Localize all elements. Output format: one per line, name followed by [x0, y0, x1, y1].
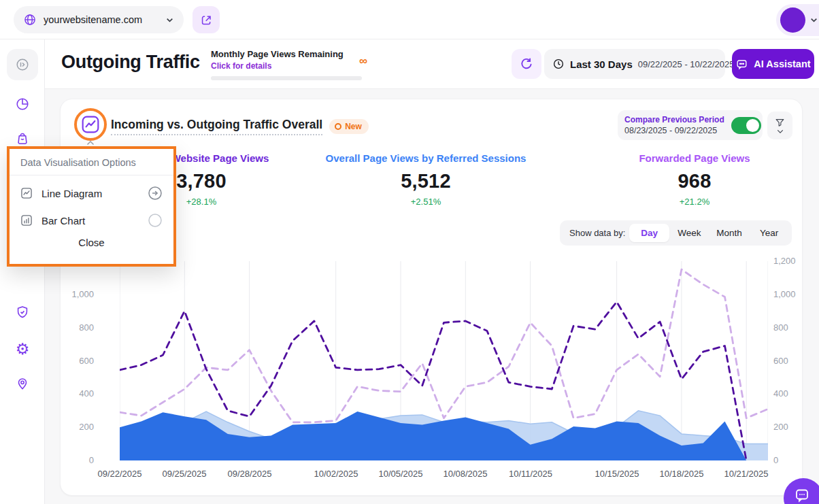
pie-chart-icon — [15, 97, 30, 112]
compare-toggle[interactable] — [731, 117, 761, 134]
stat-label: Overall Page Views by Referred Sessions — [324, 152, 528, 164]
x-tick-label: 10/15/2025 — [586, 469, 648, 479]
refresh-button[interactable] — [512, 49, 541, 79]
segment-month[interactable]: Month — [709, 224, 750, 242]
funnel-icon — [774, 117, 786, 129]
toggle-knob — [746, 119, 759, 132]
card-title-row: Incoming vs. Outgoing Traffic Overall Ne… — [111, 118, 369, 135]
y-tick-label: 0 — [89, 455, 94, 465]
open-website-button[interactable] — [193, 6, 220, 33]
y-tick-label: 0 — [773, 455, 778, 465]
website-name: yourwebsitename.com — [44, 14, 158, 25]
stat-label: Forwarded Page Views — [592, 152, 797, 164]
new-badge: New — [329, 119, 369, 134]
line-diagram-icon — [20, 186, 33, 200]
range-dates: 09/22/2025 - 10/22/2025 — [638, 59, 735, 69]
y-tick-label: 600 — [773, 356, 788, 366]
x-tick-label: 09/28/2025 — [219, 469, 280, 479]
traffic-chart-svg — [120, 261, 768, 460]
x-tick-label: 10/08/2025 — [435, 469, 496, 479]
x-tick-label: 10/05/2025 — [370, 469, 431, 479]
avatar — [780, 7, 805, 33]
globe-icon — [23, 13, 37, 27]
chart-type-button[interactable] — [80, 114, 101, 135]
x-tick-label: 10/11/2025 — [500, 469, 561, 479]
external-link-icon — [200, 14, 213, 27]
sidebar: ⚙ — [0, 39, 45, 504]
new-dot-icon — [335, 123, 341, 130]
settings-gear-icon: ⚙ — [16, 341, 30, 357]
y-tick-label: 400 — [79, 388, 94, 399]
y-tick-label: 800 — [79, 322, 94, 333]
date-range-picker[interactable]: Last 30 Days 09/22/2025 - 10/22/2025 — [544, 49, 725, 79]
line-chart-icon — [80, 114, 101, 135]
chat-bubble-icon — [794, 487, 810, 503]
infinity-value: ∞ — [359, 54, 367, 68]
y-tick-label: 200 — [773, 422, 788, 432]
x-axis: 09/22/202509/25/202509/28/202510/02/2025… — [120, 469, 768, 482]
ai-assistant-label: AI Assistant — [754, 58, 810, 69]
show-data-by-label: Show data by: — [569, 228, 625, 238]
quota-progress-bar — [211, 76, 362, 80]
x-tick-label: 09/22/2025 — [89, 469, 150, 479]
data-visualisation-popup: Data Visualisation Options Line Diagram … — [7, 146, 176, 267]
location-pin-icon — [15, 375, 30, 390]
quota-title: Monthly Page Views Remaining — [211, 49, 367, 59]
refresh-icon — [519, 56, 534, 71]
sidebar-item-analytics[interactable] — [7, 88, 38, 120]
segment-year[interactable]: Year — [749, 224, 789, 242]
bar-chart-icon — [20, 214, 33, 227]
shopping-bag-icon — [15, 131, 30, 146]
page-header: Outgoing Traffic Monthly Page Views Rema… — [45, 39, 819, 89]
sidebar-item-locations[interactable] — [7, 367, 38, 399]
y-tick-label: 200 — [79, 422, 94, 432]
stat-value: 968 — [592, 170, 797, 192]
user-menu[interactable] — [776, 4, 819, 36]
compare-dates: 08/23/2025 - 09/22/2025 — [624, 126, 724, 135]
shield-check-icon — [15, 305, 30, 320]
option-bar-chart[interactable]: Bar Chart — [10, 207, 173, 234]
y-tick-label: 600 — [79, 356, 94, 366]
compare-previous-period: Compare Previous Period 08/23/2025 - 09/… — [618, 110, 763, 140]
option-label: Line Diagram — [41, 188, 139, 199]
compare-label: Compare Previous Period — [624, 115, 724, 124]
x-tick-label: 09/25/2025 — [154, 469, 215, 479]
y-axis-right: 02004006008001,0001,200 — [773, 261, 805, 460]
clock-icon — [552, 58, 565, 70]
y-tick-label: 400 — [773, 388, 788, 399]
quota-block: Monthly Page Views Remaining Click for d… — [211, 49, 367, 80]
popup-close-button[interactable]: Close — [78, 237, 104, 248]
website-selector[interactable]: yourwebsitename.com — [14, 6, 184, 33]
chevron-down-icon — [165, 16, 174, 24]
quota-details-link[interactable]: Click for details — [211, 61, 271, 71]
page-title: Outgoing Traffic — [61, 52, 200, 73]
chevron-down-icon — [809, 16, 818, 24]
y-tick-label: 1,000 — [71, 289, 94, 299]
show-data-by-control: Show data by: Day Week Month Year — [560, 220, 792, 246]
card-title: Incoming vs. Outgoing Traffic Overall — [111, 118, 322, 135]
popup-title: Data Visualisation Options — [10, 149, 173, 175]
traffic-chart[interactable] — [120, 261, 768, 460]
x-tick-label: 10/02/2025 — [305, 469, 367, 479]
option-line-diagram[interactable]: Line Diagram — [10, 180, 173, 207]
app-root: yourwebsitename.com — [0, 0, 819, 504]
x-tick-label: 10/18/2025 — [651, 469, 712, 479]
top-bar: yourwebsitename.com — [0, 0, 819, 39]
sidebar-item-settings[interactable]: ⚙ — [7, 333, 38, 365]
segment-day[interactable]: Day — [629, 224, 669, 242]
stat-value: 5,512 — [324, 170, 528, 192]
option-label: Bar Chart — [41, 215, 139, 226]
y-tick-label: 1,200 — [773, 256, 796, 266]
y-axis-left: 02004006008001,0001,200 — [61, 261, 94, 460]
segment-week[interactable]: Week — [669, 224, 709, 242]
ai-assistant-button[interactable]: AI Assistant — [732, 49, 814, 79]
radio-unselected-icon — [147, 212, 163, 229]
sidebar-item-security[interactable] — [7, 297, 38, 328]
x-tick-label: 10/21/2025 — [716, 469, 777, 479]
chevron-down-icon — [777, 129, 784, 134]
y-tick-label: 800 — [773, 322, 788, 333]
filter-button[interactable] — [767, 112, 792, 139]
chat-icon — [735, 58, 748, 71]
sidebar-collapse-button[interactable] — [7, 49, 38, 80]
stat-referred-sessions: Overall Page Views by Referred Sessions … — [324, 152, 528, 207]
